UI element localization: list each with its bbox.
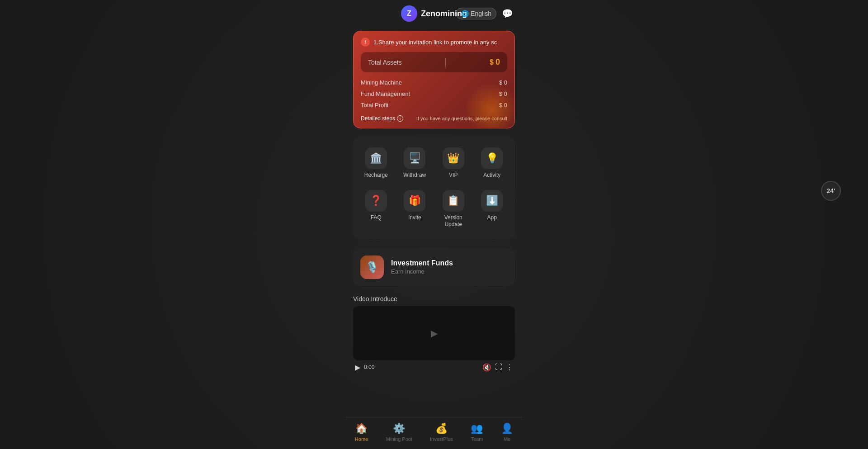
action-invite[interactable]: 🎁 Invite (396, 186, 434, 232)
team-nav-label: Team (471, 436, 483, 442)
mining-machine-label: Mining Machine (361, 79, 402, 86)
detailed-steps[interactable]: Detailed steps i (361, 115, 403, 122)
vip-label: VIP (449, 172, 458, 179)
app-icon: ⬇️ (481, 190, 503, 212)
faq-label: FAQ (371, 214, 382, 222)
activity-icon: 💡 (481, 147, 503, 169)
actions-grid: 🏛️ Recharge 🖥️ Withdraw 👑 VIP 💡 Activity… (357, 144, 511, 232)
activity-label: Activity (483, 172, 500, 179)
version-update-label: VersionUpdate (444, 214, 462, 228)
video-arrow-icon: ▶ (431, 328, 438, 339)
video-section-title: Video Introduce (353, 295, 515, 302)
promo-notice: ! 1.Share your invitation link to promot… (361, 38, 507, 47)
mining-pool-nav-icon: ⚙️ (393, 423, 405, 435)
investment-funds-card[interactable]: 🎙️ Investment Funds Earn Income (353, 248, 515, 286)
mining-pool-nav-label: Mining Pool (386, 436, 412, 442)
investment-funds-icon: 🎙️ (360, 255, 384, 279)
investment-funds-subtitle: Earn Income (391, 268, 453, 275)
home-nav-label: Home (355, 436, 368, 442)
video-more-button[interactable]: ⋮ (506, 363, 513, 372)
team-nav-icon: 👥 (471, 423, 483, 435)
promo-card: ! 1.Share your invitation link to promot… (353, 31, 515, 128)
dollar-sign: $ (490, 58, 494, 66)
video-fullscreen-button[interactable]: ⛶ (495, 363, 502, 371)
video-section: Video Introduce ▶ ▶ 0:00 🔇 ⛶ ⋮ (353, 295, 515, 374)
action-version-update[interactable]: 📋 VersionUpdate (434, 186, 473, 232)
action-recharge[interactable]: 🏛️ Recharge (357, 144, 396, 183)
app-label: App (487, 214, 497, 222)
invest-plus-nav-icon: 💰 (435, 423, 448, 435)
video-time: 0:00 (364, 364, 374, 370)
language-button[interactable]: 🌐 English (456, 8, 496, 19)
video-mute-button[interactable]: 🔇 (482, 363, 491, 372)
info-icon: i (397, 115, 403, 122)
stats-rows: Mining Machine $ 0 Fund Management $ 0 T… (361, 77, 507, 111)
assets-label: Total Assets (368, 59, 402, 66)
chat-icon[interactable]: 💬 (502, 8, 513, 19)
withdraw-label: Withdraw (403, 172, 426, 179)
logo-icon: Z (401, 5, 417, 22)
total-profit-row: Total Profit $ 0 (361, 99, 507, 111)
mining-machine-value: $ 0 (499, 79, 507, 86)
video-play-button[interactable]: ▶ (355, 363, 360, 372)
nav-me[interactable]: 👤 Me (494, 421, 520, 444)
video-controls: ▶ 0:00 🔇 ⛶ ⋮ (353, 360, 515, 374)
notice-icon: ! (361, 38, 370, 47)
action-vip[interactable]: 👑 VIP (434, 144, 473, 183)
header: Z Zenomining 🌐 English 💬 (346, 0, 522, 27)
notice-text: 1.Share your invitation link to promote … (373, 39, 497, 46)
invest-plus-nav-label: InvestPlus (430, 436, 453, 442)
fund-management-value: $ 0 (499, 90, 507, 97)
bottom-nav: 🏠 Home ⚙️ Mining Pool 💰 InvestPlus 👥 Tea… (346, 417, 522, 449)
nav-team[interactable]: 👥 Team (463, 421, 490, 444)
investment-funds-text: Investment Funds Earn Income (391, 259, 453, 275)
action-faq[interactable]: ❓ FAQ (357, 186, 396, 232)
home-nav-icon: 🏠 (355, 423, 368, 435)
nav-mining-pool[interactable]: ⚙️ Mining Pool (379, 421, 419, 444)
video-dark: ▶ (353, 306, 515, 360)
nav-invest-plus[interactable]: 💰 InvestPlus (423, 421, 460, 444)
app-container: Z Zenomining 🌐 English 💬 ! 1.Share your … (346, 0, 522, 449)
investment-funds-title: Investment Funds (391, 259, 453, 267)
floating-badge-label: 24' (827, 187, 835, 194)
globe-icon: 🌐 (461, 10, 469, 17)
faq-icon: ❓ (365, 190, 387, 212)
version-update-icon: 📋 (443, 190, 464, 212)
action-withdraw[interactable]: 🖥️ Withdraw (396, 144, 434, 183)
recharge-icon: 🏛️ (365, 147, 387, 169)
header-right: 🌐 English 💬 (456, 8, 513, 19)
mining-machine-row: Mining Machine $ 0 (361, 77, 507, 88)
consult-text: If you have any questions, please consul… (416, 116, 507, 121)
me-nav-label: Me (504, 436, 510, 442)
floating-badge[interactable]: 24' (821, 181, 841, 201)
withdraw-icon: 🖥️ (404, 147, 425, 169)
assets-box: Total Assets $ 0 (361, 52, 507, 72)
me-nav-icon: 👤 (501, 423, 513, 435)
video-container[interactable]: ▶ (353, 306, 515, 360)
assets-number: 0 (495, 57, 500, 67)
fund-management-row: Fund Management $ 0 (361, 88, 507, 99)
total-profit-value: $ 0 (499, 102, 507, 109)
invite-icon: 🎁 (404, 190, 425, 212)
recharge-label: Recharge (364, 172, 388, 179)
fund-management-label: Fund Management (361, 90, 410, 97)
total-profit-label: Total Profit (361, 102, 388, 109)
action-app[interactable]: ⬇️ App (473, 186, 512, 232)
action-activity[interactable]: 💡 Activity (473, 144, 512, 183)
actions-card: 🏛️ Recharge 🖥️ Withdraw 👑 VIP 💡 Activity… (353, 137, 515, 239)
language-label: English (471, 10, 491, 17)
vip-icon: 👑 (443, 147, 464, 169)
assets-value: $ 0 (490, 57, 500, 67)
nav-home[interactable]: 🏠 Home (348, 421, 375, 444)
assets-divider (445, 58, 446, 67)
detailed-steps-label: Detailed steps (361, 115, 395, 122)
invite-label: Invite (408, 214, 421, 222)
promo-footer: Detailed steps i If you have any questio… (361, 115, 507, 122)
